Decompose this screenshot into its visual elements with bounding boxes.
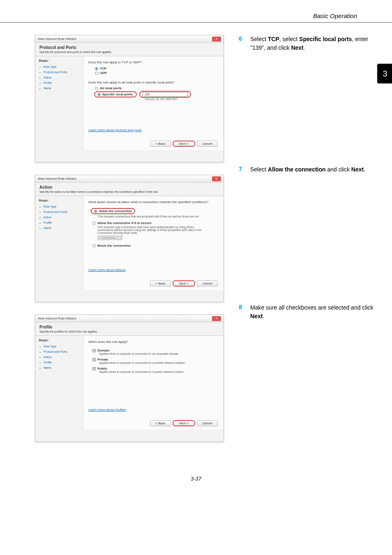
cancel-button[interactable]: Cancel <box>197 280 218 287</box>
learn-actions-link[interactable]: Learn more about actions <box>88 268 126 272</box>
step-rule-type[interactable]: Rule Type <box>39 204 80 209</box>
instruction-step-7: 7 Select Allow the connection and click … <box>239 165 374 174</box>
q-action: What action should be taken when a conne… <box>88 200 219 204</box>
text: . <box>304 44 305 51</box>
specific-ports-label: Specific local ports: <box>102 92 134 96</box>
step-number: 7 <box>239 165 250 174</box>
wizard-steps-panel: Steps: Rule Type Protocol and Ports Acti… <box>35 336 83 430</box>
allow-secure-desc: This includes only connections that have… <box>97 226 208 234</box>
back-button[interactable]: < Back <box>150 141 171 147</box>
text-bold: Next <box>250 313 263 319</box>
close-icon[interactable]: ✕ <box>212 37 221 42</box>
step-profile[interactable]: Profile <box>39 80 80 86</box>
highlight-allow: Allow the connection <box>91 208 135 214</box>
back-button[interactable]: < Back <box>150 420 171 426</box>
wizard-action: New Inbound Rule Wizard✕ Action Specify … <box>35 175 224 302</box>
learn-protocol-ports-link[interactable]: Learn more about protocol and ports <box>88 128 141 132</box>
domain-desc: Applies when a computer is connected to … <box>99 352 219 355</box>
step-protocol-ports[interactable]: Protocol and Ports <box>39 69 80 75</box>
step-action[interactable]: Action <box>39 75 80 80</box>
instruction-step-6: 6 Select TCP, select Specific local port… <box>239 35 374 52</box>
all-ports-label: All local ports <box>100 86 122 90</box>
back-button[interactable]: < Back <box>150 280 171 287</box>
step-name[interactable]: Name <box>39 225 80 231</box>
text: . <box>364 166 365 173</box>
chk-private[interactable] <box>92 358 96 361</box>
instruction-step-8: 8 Make sure all checkboxes are selected … <box>239 303 374 321</box>
close-icon[interactable]: ✕ <box>212 176 221 181</box>
radio-specific-ports[interactable] <box>97 93 101 96</box>
step-rule-type[interactable]: Rule Type <box>39 64 80 69</box>
step-profile[interactable]: Profile <box>39 220 80 225</box>
next-button[interactable]: Next > <box>173 280 195 287</box>
wizard-subheading: Specify the protocols and ports to which… <box>35 50 224 56</box>
radio-all-ports[interactable] <box>95 87 98 90</box>
public-desc: Applies when a computer is connected to … <box>99 370 219 373</box>
page-footer: 3-37 <box>0 471 392 487</box>
wizard-protocol-ports: New Inbound Rule Wizard✕ Protocol and Po… <box>35 35 224 162</box>
udp-label: UDP <box>100 71 107 75</box>
text: Select <box>250 166 268 173</box>
tcp-label: TCP <box>100 67 106 70</box>
next-button[interactable]: Next > <box>173 141 195 147</box>
step-protocol-ports[interactable]: Protocol and Ports <box>39 349 80 354</box>
close-icon[interactable]: ✕ <box>212 316 221 321</box>
cancel-button[interactable]: Cancel <box>197 141 218 147</box>
text-bold: Specific local ports <box>299 36 352 42</box>
text: Select <box>250 36 268 42</box>
page-header: Basic Operation <box>0 0 392 23</box>
customize-button: Customize... <box>97 236 122 240</box>
wizard-subheading: Specify the profiles for which this rule… <box>35 329 224 336</box>
next-button[interactable]: Next > <box>173 420 195 426</box>
window-title-text: New Inbound Rule Wizard <box>38 317 210 320</box>
text-bold: TCP <box>268 36 279 42</box>
window-title-text: New Inbound Rule Wizard <box>38 37 210 41</box>
radio-block[interactable] <box>92 244 96 247</box>
step-action[interactable]: Action <box>39 215 80 220</box>
radio-allow[interactable] <box>94 210 97 213</box>
domain-label: Domain <box>97 349 109 352</box>
radio-tcp[interactable] <box>95 67 98 70</box>
allow-desc: This includes connections that are prote… <box>97 215 219 218</box>
port-input[interactable]: 139 <box>143 92 188 97</box>
step-name[interactable]: Name <box>39 365 80 370</box>
radio-udp[interactable] <box>95 72 98 75</box>
step-protocol-ports[interactable]: Protocol and Ports <box>39 209 80 215</box>
wizard-profile: New Inbound Rule Wizard✕ Profile Specify… <box>35 314 224 442</box>
steps-label: Steps: <box>39 59 80 62</box>
highlight-specific-ports: Specific local ports: <box>94 91 137 97</box>
steps-label: Steps: <box>39 199 80 202</box>
block-label: Block the connection <box>97 244 131 247</box>
port-example: Example: 80, 443, 5000-5010 <box>145 98 219 100</box>
window-title-text: New Inbound Rule Wizard <box>38 177 210 180</box>
step-action[interactable]: Action <box>39 354 80 360</box>
q-profile: When does this rule apply? <box>88 340 219 344</box>
text: . <box>263 313 264 319</box>
wizard-subheading: Specify the action to be taken when a co… <box>35 190 224 196</box>
wizard-steps-panel: Steps: Rule Type Protocol and Ports Acti… <box>35 56 83 150</box>
step-number: 8 <box>239 303 250 321</box>
window-titlebar: New Inbound Rule Wizard✕ <box>35 315 224 322</box>
private-label: Private <box>97 358 108 361</box>
text: Make sure all checkboxes are selected an… <box>250 304 374 311</box>
wizard-heading: Action <box>35 183 224 190</box>
step-profile[interactable]: Profile <box>39 360 80 365</box>
text-bold: Next <box>291 44 303 51</box>
radio-allow-secure[interactable] <box>92 222 96 225</box>
chk-public[interactable] <box>92 367 96 370</box>
wizard-steps-panel: Steps: Rule Type Protocol and Ports Acti… <box>35 196 83 290</box>
q-ports: Does this rule apply to all local ports … <box>88 81 219 84</box>
step-number: 6 <box>239 35 250 52</box>
step-rule-type[interactable]: Rule Type <box>39 344 80 349</box>
text: and click <box>326 166 351 173</box>
private-desc: Applies when a computer is connected to … <box>99 361 219 364</box>
chk-domain[interactable] <box>92 349 96 352</box>
learn-profiles-link[interactable]: Learn more about profiles <box>88 408 126 412</box>
allow-secure-label: Allow the connection if it is secure <box>97 221 152 225</box>
public-label: Public <box>97 367 107 370</box>
q-tcp-udp: Does this rule apply to TCP or UDP? <box>88 60 219 64</box>
cancel-button[interactable]: Cancel <box>197 420 218 426</box>
text-bold: Allow the connection <box>268 166 326 173</box>
step-name[interactable]: Name <box>39 86 80 91</box>
text: , select <box>279 36 299 42</box>
